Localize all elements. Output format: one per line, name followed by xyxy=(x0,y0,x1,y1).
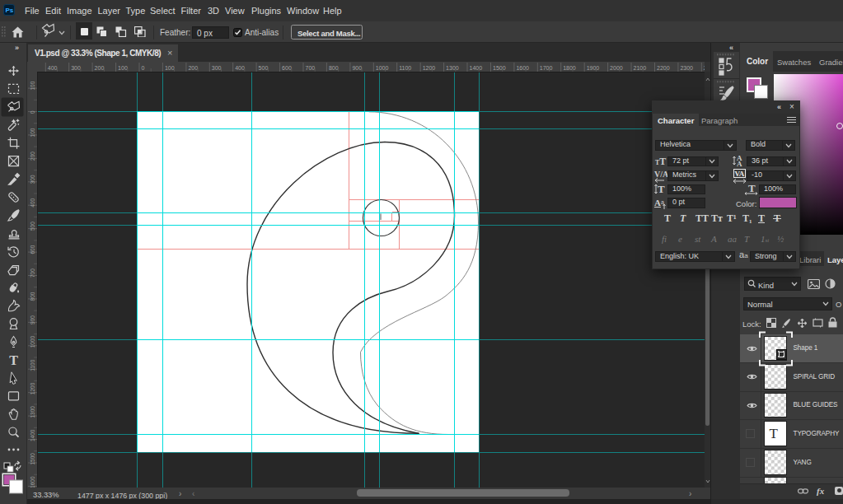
svg-text:300: 300 xyxy=(71,65,81,71)
svg-text:2100: 2100 xyxy=(634,65,647,71)
svg-text:900: 900 xyxy=(352,65,362,71)
svg-text:1900: 1900 xyxy=(587,65,600,71)
svg-text:400: 400 xyxy=(48,65,58,71)
svg-text:800: 800 xyxy=(30,292,35,301)
svg-text:600: 600 xyxy=(30,245,35,254)
svg-text:2000: 2000 xyxy=(610,65,623,71)
svg-text:2300: 2300 xyxy=(680,65,693,71)
svg-text:2200: 2200 xyxy=(657,65,670,71)
svg-text:200: 200 xyxy=(30,152,35,161)
svg-text:1200: 1200 xyxy=(423,65,436,71)
svg-text:100: 100 xyxy=(30,81,35,90)
svg-text:1100: 1100 xyxy=(399,65,411,71)
svg-text:A: A xyxy=(654,198,661,208)
svg-text:0: 0 xyxy=(30,110,35,114)
svg-text:A: A xyxy=(737,160,742,167)
svg-text:T: T xyxy=(9,353,18,367)
svg-text:T: T xyxy=(748,183,756,194)
svg-text:1600: 1600 xyxy=(516,65,529,71)
svg-text:600: 600 xyxy=(282,65,292,71)
svg-text:1600: 1600 xyxy=(30,476,35,488)
svg-text:1200: 1200 xyxy=(30,382,35,394)
svg-text:T: T xyxy=(658,183,665,195)
svg-text:200: 200 xyxy=(188,65,198,71)
svg-text:2400: 2400 xyxy=(704,65,705,71)
svg-text:500: 500 xyxy=(259,65,269,71)
svg-text:0: 0 xyxy=(142,65,145,71)
svg-text:900: 900 xyxy=(30,315,35,324)
svg-text:1100: 1100 xyxy=(30,359,35,371)
svg-text:300: 300 xyxy=(30,175,35,184)
svg-text:1500: 1500 xyxy=(30,453,35,465)
svg-text:1400: 1400 xyxy=(470,65,483,71)
svg-text:400: 400 xyxy=(235,65,245,71)
svg-text:100: 100 xyxy=(30,128,35,137)
svg-text:800: 800 xyxy=(329,65,339,71)
svg-text:1500: 1500 xyxy=(493,65,506,71)
svg-text:1000: 1000 xyxy=(376,65,389,71)
svg-text:1700: 1700 xyxy=(540,65,553,71)
svg-text:100: 100 xyxy=(118,65,128,71)
svg-text:500: 500 xyxy=(30,222,35,231)
svg-text:1800: 1800 xyxy=(563,65,576,71)
svg-text:200: 200 xyxy=(95,65,105,71)
svg-text:1000: 1000 xyxy=(30,335,35,348)
svg-text:300: 300 xyxy=(212,65,222,71)
svg-text:1300: 1300 xyxy=(446,65,459,71)
svg-text:100: 100 xyxy=(165,65,175,71)
svg-text:»: » xyxy=(15,44,19,52)
svg-text:a: a xyxy=(661,199,664,205)
svg-text:400: 400 xyxy=(30,198,35,207)
svg-text:1400: 1400 xyxy=(30,429,35,441)
svg-text:700: 700 xyxy=(30,268,35,278)
svg-text:700: 700 xyxy=(306,65,316,71)
svg-text:1300: 1300 xyxy=(30,406,35,418)
